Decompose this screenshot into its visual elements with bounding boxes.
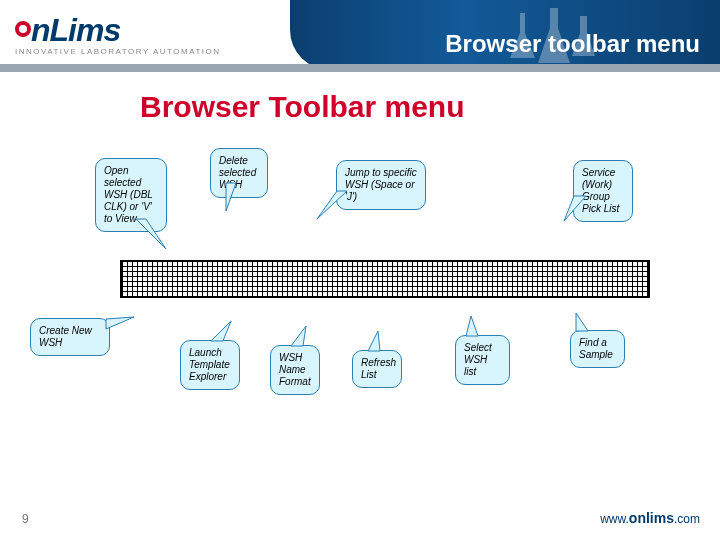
callout-refresh: Refresh List (352, 350, 402, 388)
callout-text: Find a Sample (579, 337, 613, 360)
page-number: 9 (22, 512, 29, 526)
callout-find: Find a Sample (570, 330, 625, 368)
svg-marker-2 (317, 191, 347, 219)
logo-text: nLims (15, 12, 221, 49)
callout-open: Open selected WSH (DBL CLK) or 'V' to Vi… (95, 158, 167, 232)
svg-marker-8 (466, 316, 478, 336)
callout-delete: Delete selected WSH (210, 148, 268, 198)
footer-pre: www. (600, 512, 629, 526)
callout-launch: Launch Template Explorer (180, 340, 240, 390)
footer-url: www.onlims.com (600, 510, 700, 526)
svg-marker-5 (211, 321, 231, 341)
logo-name: nLims (31, 12, 120, 48)
callout-text: Open selected WSH (DBL CLK) or 'V' to Vi… (104, 165, 153, 224)
svg-marker-0 (136, 219, 166, 249)
header-divider (0, 64, 720, 72)
svg-marker-6 (291, 326, 306, 346)
callout-text: Jump to specific WSH (Space or 'J') (345, 167, 417, 202)
footer-post: .com (674, 512, 700, 526)
slide-header: nLims INNOVATIVE LABORATORY AUTOMATION B… (0, 0, 720, 80)
toolbar-graphic (120, 260, 650, 298)
svg-marker-1 (226, 183, 236, 211)
svg-marker-7 (368, 331, 380, 351)
callout-service: Service (Work) Group Pick List (573, 160, 633, 222)
callout-text: WSH Name Format (279, 352, 311, 387)
callout-text: Select WSH list (464, 342, 492, 377)
callout-text: Launch Template Explorer (189, 347, 230, 382)
callout-text: Create New WSH (39, 325, 92, 348)
callout-create: Create New WSH (30, 318, 110, 356)
callout-select: Select WSH list (455, 335, 510, 385)
page-title: Browser Toolbar menu (140, 90, 465, 124)
svg-marker-3 (564, 196, 586, 221)
footer-mid: onlims (629, 510, 674, 526)
logo-dot-icon (15, 21, 31, 37)
logo-tagline: INNOVATIVE LABORATORY AUTOMATION (15, 47, 221, 56)
header-title: Browser toolbar menu (445, 30, 700, 58)
callout-format: WSH Name Format (270, 345, 320, 395)
callout-jump: Jump to specific WSH (Space or 'J') (336, 160, 426, 210)
callout-text: Refresh List (361, 357, 396, 380)
svg-marker-4 (106, 317, 134, 329)
svg-marker-9 (576, 313, 588, 331)
logo: nLims INNOVATIVE LABORATORY AUTOMATION (15, 12, 221, 56)
